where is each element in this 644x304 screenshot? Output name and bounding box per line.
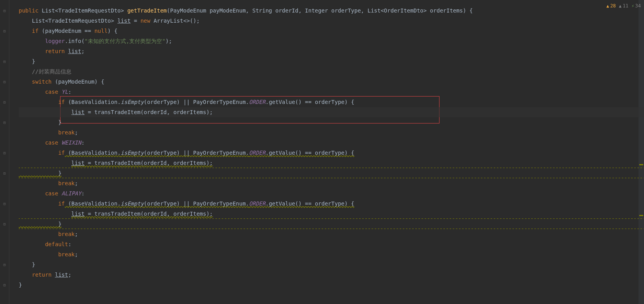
fold-icon[interactable]: ⊟ [0,168,9,178]
fold-icon[interactable] [0,127,9,138]
fold-icon[interactable] [0,158,9,168]
fold-icon[interactable]: ⊟ [0,56,9,66]
fold-icon[interactable]: ⊟ [0,5,9,16]
code-line[interactable]: break; [19,178,644,188]
fold-icon[interactable] [0,239,9,249]
fold-icon[interactable] [0,138,9,148]
fold-icon[interactable] [0,66,9,77]
code-line[interactable]: switch (payModeEnum) { [19,77,644,87]
code-line[interactable]: List<TradeItemRequestDto> list = new Arr… [19,16,644,26]
fold-icon[interactable] [0,270,9,280]
code-line[interactable]: list = transTradeItem(orderId, orderItem… [19,209,644,219]
code-line[interactable]: list = transTradeItem(orderId, orderItem… [19,158,644,168]
check-count: 34 [635,3,641,9]
warning-icon: ▲ [619,4,622,9]
code-line[interactable]: //封装商品信息 [19,66,644,77]
warning-badge-11[interactable]: ▲ 11 [619,3,628,9]
warning-count: 11 [623,3,628,9]
warning-icon: ▲ [607,4,609,9]
fold-icon[interactable]: ⊟ [0,280,9,290]
warning-badge-28[interactable]: ▲ 28 [607,3,616,9]
code-line[interactable]: break; [19,249,644,259]
code-line[interactable]: } [19,168,644,178]
fold-icon[interactable]: ⊟ [0,148,9,158]
fold-icon[interactable]: ⊟ [0,26,9,36]
fold-icon[interactable] [0,209,9,219]
code-line[interactable]: if (BaseValidation.isEmpty(orderType) ||… [19,198,644,209]
fold-icon[interactable] [0,87,9,97]
fold-icon[interactable]: ⊟ [0,97,9,107]
fold-icon[interactable] [0,188,9,198]
fold-icon[interactable] [0,36,9,46]
fold-icon[interactable] [0,16,9,26]
code-line[interactable]: } [19,56,644,66]
code-line[interactable]: default: [19,239,644,249]
gutter[interactable]: ⊟ ⊟ ⊟ ⊟ ⊟ ⊟ ⊟ ⊟ ⊟ ⊟ ⊟ ⊟ [0,0,9,304]
fold-icon[interactable] [0,249,9,259]
code-line[interactable]: } [19,117,644,127]
fold-icon[interactable]: ⊟ [0,219,9,229]
fold-icon[interactable] [0,107,9,117]
fold-icon[interactable] [0,229,9,239]
code-line[interactable]: break; [19,229,644,239]
code-line[interactable]: break; [19,127,644,138]
warning-count: 28 [610,3,616,9]
fold-icon[interactable]: ⊟ [0,259,9,270]
editor-container: ⊟ ⊟ ⊟ ⊟ ⊟ ⊟ ⊟ ⊟ ⊟ ⊟ ⊟ ⊟ public List<Trad… [0,0,644,304]
code-line[interactable]: if (BaseValidation.isEmpty(orderType) ||… [19,148,644,158]
code-line[interactable]: } [19,259,644,270]
code-line[interactable]: public List<TradeItemRequestDto> getTrad… [19,5,644,16]
code-line[interactable]: logger.info("未知的支付方式,支付类型为空"); [19,36,644,46]
fold-icon[interactable] [0,46,9,56]
check-icon: ⚡ [632,4,634,9]
code-line[interactable]: case YL: [19,87,644,97]
code-line[interactable]: case ALIPAY: [19,188,644,198]
fold-icon[interactable] [0,178,9,188]
code-line[interactable]: if (payModeEnum == null) { [19,26,644,36]
code-line[interactable]: case WEIXIN: [19,138,644,148]
code-line[interactable]: return list; [19,270,644,280]
code-area[interactable]: public List<TradeItemRequestDto> getTrad… [9,0,644,304]
code-line[interactable]: } [19,219,644,229]
fold-icon[interactable]: ⊟ [0,117,9,127]
code-line[interactable]: return list; [19,46,644,56]
check-badge-34[interactable]: ⚡ 34 [632,3,641,9]
inspection-badges: ▲ 28 ▲ 11 ⚡ 34 [607,3,641,9]
code-line[interactable]: } [19,280,644,290]
code-line[interactable]: if (BaseValidation.isEmpty(orderType) ||… [19,97,644,107]
fold-icon[interactable]: ⊟ [0,198,9,209]
code-line[interactable]: list = transTradeItem(orderId, orderItem… [19,107,644,117]
fold-icon[interactable]: ⊟ [0,77,9,87]
